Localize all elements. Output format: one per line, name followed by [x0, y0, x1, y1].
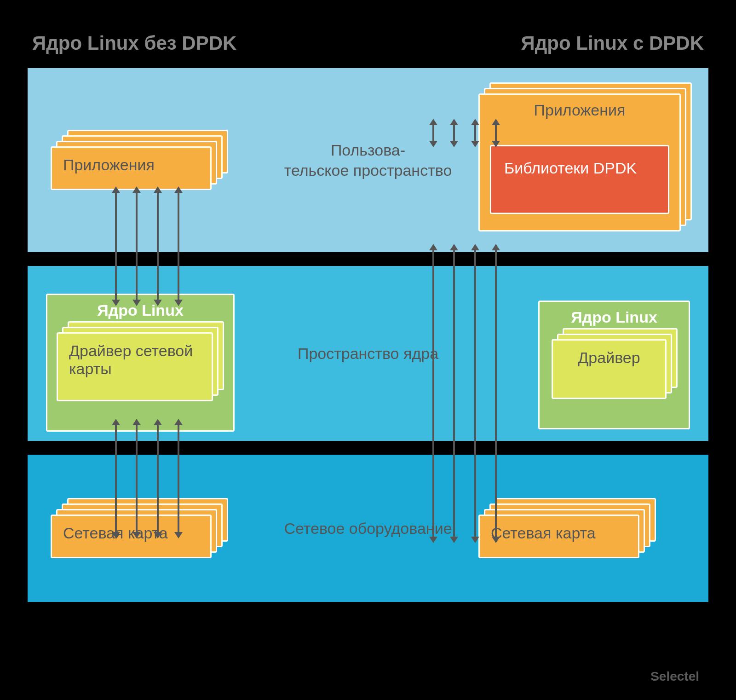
arrow-bidirectional-icon [453, 123, 455, 143]
apps-left-label: Приложения [52, 148, 210, 182]
nic-label-right: Сетевая карта [480, 516, 638, 550]
apps-stack-right: Приложения Библиотеки DPDK [478, 93, 695, 241]
apps-stack-left: Приложения [51, 146, 221, 192]
title-left: Ядро Linux без DPDK [32, 32, 236, 54]
driver-card-front: Драйвер [552, 339, 667, 399]
arrow-bidirectional-icon [474, 249, 476, 538]
arrow-bidirectional-icon [178, 191, 179, 301]
arrow-bidirectional-icon [157, 423, 159, 534]
driver-label-right: Драйвер [553, 341, 665, 375]
arrow-bidirectional-icon [178, 423, 179, 534]
arrow-bidirectional-icon [453, 249, 455, 538]
arrows-right-dpdk-hw [432, 249, 497, 538]
arrows-right-app-dpdk [432, 123, 497, 143]
arrow-bidirectional-icon [136, 191, 138, 301]
nic-stack-right: Сетевая карта [478, 515, 649, 561]
kernel-box-left: Ядро Linux Драйвер сетевой карты [46, 294, 235, 432]
arrow-bidirectional-icon [432, 249, 434, 538]
layer-user-label: Пользова- тельское пространство [258, 140, 478, 180]
arrow-bidirectional-icon [115, 423, 117, 534]
arrow-bidirectional-icon [432, 123, 434, 143]
arrows-left-kernel-hw [115, 423, 179, 534]
driver-card-front: Драйвер сетевой карты [57, 332, 213, 401]
title-right: Ядро Linux с DPDK [521, 32, 704, 54]
driver-label-left: Драйвер сетевой карты [58, 334, 212, 386]
arrow-bidirectional-icon [474, 123, 476, 143]
dpdk-libraries-box: Библиотеки DPDK [490, 145, 669, 214]
arrows-left-user-kernel [115, 191, 179, 301]
arrow-bidirectional-icon [136, 423, 138, 534]
arrow-bidirectional-icon [495, 249, 497, 538]
watermark: Selectel [650, 669, 699, 684]
app-card-front: Приложения Библиотеки DPDK [478, 93, 681, 231]
kernel-box-right: Ядро Linux Драйвер [538, 301, 690, 429]
arrow-bidirectional-icon [115, 191, 117, 301]
kernel-title-right: Ядро Linux [540, 302, 689, 331]
apps-right-label: Приложения [480, 95, 679, 122]
app-card-front: Приложения [51, 146, 212, 190]
arrow-bidirectional-icon [495, 123, 497, 143]
nic-card-front: Сетевая карта [478, 515, 639, 558]
dpdk-label: Библиотеки DPDK [491, 146, 668, 190]
arrow-bidirectional-icon [157, 191, 159, 301]
